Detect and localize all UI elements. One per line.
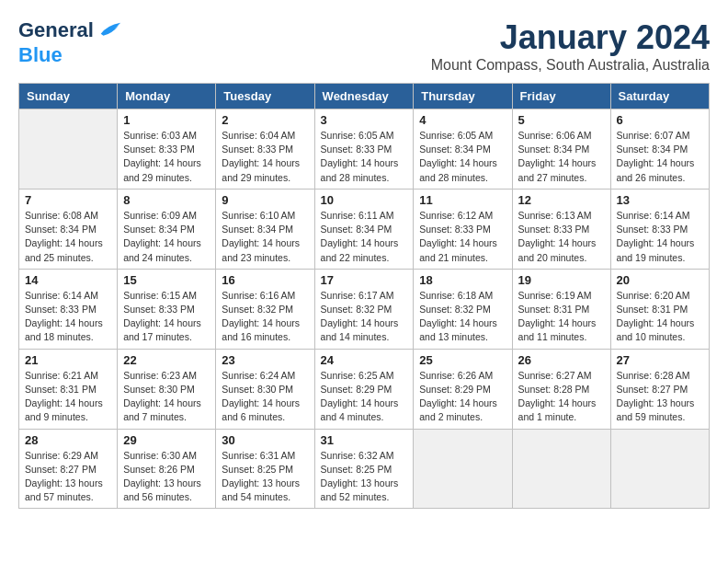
day-info: Sunrise: 6:21 AM Sunset: 8:31 PM Dayligh… [25,369,111,425]
week-row-5: 28Sunrise: 6:29 AM Sunset: 8:27 PM Dayli… [19,429,710,509]
day-info: Sunrise: 6:28 AM Sunset: 8:27 PM Dayligh… [617,369,703,425]
day-cell: 31Sunrise: 6:32 AM Sunset: 8:25 PM Dayli… [314,429,414,509]
day-cell: 10Sunrise: 6:11 AM Sunset: 8:34 PM Dayli… [314,189,414,269]
day-info: Sunrise: 6:26 AM Sunset: 8:29 PM Dayligh… [419,369,506,425]
day-info: Sunrise: 6:24 AM Sunset: 8:30 PM Dayligh… [222,369,308,425]
day-number: 29 [123,433,210,447]
day-cell: 16Sunrise: 6:16 AM Sunset: 8:32 PM Dayli… [216,269,314,349]
day-info: Sunrise: 6:06 AM Sunset: 8:34 PM Dayligh… [518,129,605,185]
logo-blue: Blue [18,43,63,66]
day-info: Sunrise: 6:04 AM Sunset: 8:33 PM Dayligh… [222,129,308,185]
day-number: 26 [518,353,605,367]
day-info: Sunrise: 6:20 AM Sunset: 8:31 PM Dayligh… [617,289,703,345]
day-cell: 8Sunrise: 6:09 AM Sunset: 8:34 PM Daylig… [118,189,216,269]
day-number: 13 [617,193,703,207]
location: Mount Compass, South Australia, Australi… [431,57,710,74]
day-number: 20 [617,273,703,287]
day-cell: 9Sunrise: 6:10 AM Sunset: 8:34 PM Daylig… [216,189,314,269]
weekday-thursday: Thursday [414,84,512,109]
day-info: Sunrise: 6:29 AM Sunset: 8:27 PM Dayligh… [25,449,111,505]
day-info: Sunrise: 6:10 AM Sunset: 8:34 PM Dayligh… [222,209,308,265]
day-info: Sunrise: 6:12 AM Sunset: 8:33 PM Dayligh… [419,209,506,265]
day-cell: 11Sunrise: 6:12 AM Sunset: 8:33 PM Dayli… [414,189,512,269]
day-number: 30 [222,433,308,447]
day-cell: 17Sunrise: 6:17 AM Sunset: 8:32 PM Dayli… [314,269,414,349]
day-cell: 18Sunrise: 6:18 AM Sunset: 8:32 PM Dayli… [414,269,512,349]
day-cell: 21Sunrise: 6:21 AM Sunset: 8:31 PM Dayli… [19,349,118,429]
day-cell: 20Sunrise: 6:20 AM Sunset: 8:31 PM Dayli… [610,269,709,349]
day-number: 10 [321,193,408,207]
week-row-3: 14Sunrise: 6:14 AM Sunset: 8:33 PM Dayli… [19,269,710,349]
week-row-4: 21Sunrise: 6:21 AM Sunset: 8:31 PM Dayli… [19,349,710,429]
day-number: 11 [419,193,506,207]
day-number: 9 [222,193,308,207]
day-cell [610,429,709,509]
day-info: Sunrise: 6:27 AM Sunset: 8:28 PM Dayligh… [518,369,605,425]
calendar-table: SundayMondayTuesdayWednesdayThursdayFrid… [18,83,710,509]
day-number: 14 [25,273,111,287]
day-cell: 5Sunrise: 6:06 AM Sunset: 8:34 PM Daylig… [512,109,610,190]
day-info: Sunrise: 6:07 AM Sunset: 8:34 PM Dayligh… [617,129,703,185]
day-cell: 15Sunrise: 6:15 AM Sunset: 8:33 PM Dayli… [118,269,216,349]
page-header: General Blue January 2024 Mount Compass,… [18,18,710,74]
calendar-body: 1Sunrise: 6:03 AM Sunset: 8:33 PM Daylig… [19,109,710,509]
logo-text: General Blue [18,18,122,66]
day-info: Sunrise: 6:15 AM Sunset: 8:33 PM Dayligh… [123,289,210,345]
day-cell: 25Sunrise: 6:26 AM Sunset: 8:29 PM Dayli… [414,349,512,429]
day-cell: 23Sunrise: 6:24 AM Sunset: 8:30 PM Dayli… [216,349,314,429]
day-info: Sunrise: 6:25 AM Sunset: 8:29 PM Dayligh… [321,369,408,425]
day-number: 7 [25,193,111,207]
day-number: 19 [518,273,605,287]
logo-bird-icon [97,18,122,44]
day-cell: 13Sunrise: 6:14 AM Sunset: 8:33 PM Dayli… [610,189,709,269]
day-cell [19,109,118,190]
day-number: 23 [222,353,308,367]
day-number: 24 [321,353,408,367]
day-cell: 14Sunrise: 6:14 AM Sunset: 8:33 PM Dayli… [19,269,118,349]
weekday-saturday: Saturday [610,84,709,109]
day-number: 27 [617,353,703,367]
day-cell: 2Sunrise: 6:04 AM Sunset: 8:33 PM Daylig… [216,109,314,190]
day-number: 31 [321,433,408,447]
logo: General Blue [18,18,122,66]
day-number: 18 [419,273,506,287]
day-number: 28 [25,433,111,447]
day-cell: 4Sunrise: 6:05 AM Sunset: 8:34 PM Daylig… [414,109,512,190]
day-info: Sunrise: 6:05 AM Sunset: 8:33 PM Dayligh… [321,129,408,185]
day-info: Sunrise: 6:08 AM Sunset: 8:34 PM Dayligh… [25,209,111,265]
day-info: Sunrise: 6:14 AM Sunset: 8:33 PM Dayligh… [25,289,111,345]
day-info: Sunrise: 6:17 AM Sunset: 8:32 PM Dayligh… [321,289,408,345]
day-number: 1 [123,113,210,127]
day-number: 25 [419,353,506,367]
day-cell: 12Sunrise: 6:13 AM Sunset: 8:33 PM Dayli… [512,189,610,269]
day-cell: 24Sunrise: 6:25 AM Sunset: 8:29 PM Dayli… [314,349,414,429]
weekday-sunday: Sunday [19,84,118,109]
day-info: Sunrise: 6:30 AM Sunset: 8:26 PM Dayligh… [123,449,210,505]
day-cell: 27Sunrise: 6:28 AM Sunset: 8:27 PM Dayli… [610,349,709,429]
weekday-header-row: SundayMondayTuesdayWednesdayThursdayFrid… [19,84,710,109]
weekday-tuesday: Tuesday [216,84,314,109]
weekday-monday: Monday [118,84,216,109]
day-cell [414,429,512,509]
day-info: Sunrise: 6:09 AM Sunset: 8:34 PM Dayligh… [123,209,210,265]
day-info: Sunrise: 6:13 AM Sunset: 8:33 PM Dayligh… [518,209,605,265]
day-number: 16 [222,273,308,287]
title-area: January 2024 Mount Compass, South Austra… [431,18,710,74]
day-number: 15 [123,273,210,287]
day-info: Sunrise: 6:32 AM Sunset: 8:25 PM Dayligh… [321,449,408,505]
day-cell: 19Sunrise: 6:19 AM Sunset: 8:31 PM Dayli… [512,269,610,349]
day-info: Sunrise: 6:31 AM Sunset: 8:25 PM Dayligh… [222,449,308,505]
day-number: 4 [419,113,506,127]
day-number: 3 [321,113,408,127]
day-info: Sunrise: 6:14 AM Sunset: 8:33 PM Dayligh… [617,209,703,265]
week-row-1: 1Sunrise: 6:03 AM Sunset: 8:33 PM Daylig… [19,109,710,190]
day-cell: 3Sunrise: 6:05 AM Sunset: 8:33 PM Daylig… [314,109,414,190]
day-info: Sunrise: 6:03 AM Sunset: 8:33 PM Dayligh… [123,129,210,185]
day-cell: 1Sunrise: 6:03 AM Sunset: 8:33 PM Daylig… [118,109,216,190]
day-number: 17 [321,273,408,287]
day-info: Sunrise: 6:05 AM Sunset: 8:34 PM Dayligh… [419,129,506,185]
day-cell: 6Sunrise: 6:07 AM Sunset: 8:34 PM Daylig… [610,109,709,190]
day-info: Sunrise: 6:19 AM Sunset: 8:31 PM Dayligh… [518,289,605,345]
day-cell: 29Sunrise: 6:30 AM Sunset: 8:26 PM Dayli… [118,429,216,509]
day-cell: 28Sunrise: 6:29 AM Sunset: 8:27 PM Dayli… [19,429,118,509]
